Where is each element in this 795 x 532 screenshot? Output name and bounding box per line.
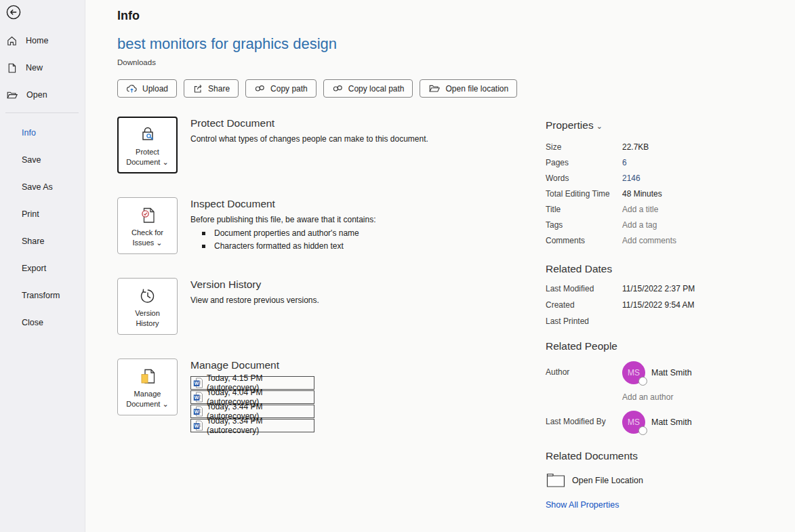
inspect-bullet: Document properties and author's name	[190, 228, 376, 238]
tile-label: Manage Document ⌄	[126, 389, 168, 408]
manage-document-button[interactable]: Manage Document ⌄	[117, 359, 178, 415]
svg-text:W: W	[195, 381, 199, 386]
svg-text:W: W	[195, 395, 199, 400]
home-icon	[6, 35, 18, 47]
sidebar-item-label: Open	[26, 90, 47, 100]
sidebar-item-close[interactable]: Close	[0, 309, 85, 336]
sidebar-item-home[interactable]: Home	[0, 27, 85, 54]
share-icon	[192, 83, 203, 94]
link-icon	[332, 84, 344, 93]
page-title: Info	[117, 9, 140, 23]
add-comments-field[interactable]: Add comments	[622, 236, 790, 245]
related-people-heading: Related People	[546, 340, 790, 352]
new-document-icon	[6, 62, 18, 74]
properties-table: Size 22.7KB Pages 6 Words 2146 Total Edi…	[546, 139, 790, 248]
svg-text:W: W	[195, 409, 199, 414]
sidebar-item-transform[interactable]: Transform	[0, 282, 85, 309]
date-row-last-modified: Last Modified 11/15/2022 2:37 PM	[546, 281, 790, 297]
show-all-properties-link[interactable]: Show All Properties	[546, 500, 619, 510]
add-tag-field[interactable]: Add a tag	[622, 220, 790, 230]
word-document-icon: W	[193, 377, 203, 388]
sidebar-item-open[interactable]: Open	[0, 81, 85, 108]
document-check-icon	[138, 205, 158, 226]
section-description: Control what types of changes people can…	[190, 134, 428, 144]
svg-text:W: W	[195, 424, 199, 428]
copy-local-path-button[interactable]: Copy local path	[323, 79, 413, 98]
version-history-icon	[138, 286, 158, 306]
protect-document-section: Protect Document ⌄ Protect Document Cont…	[117, 117, 517, 173]
presence-badge	[638, 377, 647, 386]
author-row: Author MS Matt Smith	[546, 361, 790, 384]
avatar: MS	[622, 361, 645, 384]
autorecovery-list: W Today, 4:15 PM (autorecovery) W	[190, 376, 314, 432]
tile-label: Check for Issues ⌄	[131, 228, 163, 247]
section-description: Before publishing this file, be aware th…	[190, 215, 376, 224]
section-heading: Protect Document	[190, 117, 428, 129]
date-row-created: Created 11/15/2022 9:54 AM	[546, 297, 790, 313]
property-row-pages: Pages 6	[546, 155, 790, 170]
presence-badge	[638, 426, 647, 435]
check-for-issues-button[interactable]: Check for Issues ⌄	[117, 197, 178, 254]
back-arrow-icon	[5, 4, 22, 20]
property-row-editing-time: Total Editing Time 48 Minutes	[546, 186, 790, 201]
word-document-icon: W	[193, 392, 203, 403]
related-dates-heading: Related Dates	[546, 263, 790, 275]
property-row-comments: Comments Add comments	[546, 232, 790, 248]
inspect-bullet: Characters formatted as hidden text	[190, 241, 376, 251]
properties-panel: Properties⌄ Size 22.7KB Pages 6 Words 21…	[546, 119, 790, 510]
open-folder-icon	[6, 89, 18, 101]
property-row-title: Title Add a title	[546, 201, 790, 217]
manage-document-section: Manage Document ⌄ Manage Document W	[117, 359, 517, 433]
sidebar-separator	[5, 112, 79, 113]
section-heading: Version History	[190, 279, 319, 291]
sidebar-item-export[interactable]: Export	[0, 255, 85, 282]
backstage-sidebar: Home New Open Info Save Save As	[0, 0, 85, 532]
section-heading: Inspect Document	[190, 198, 376, 210]
back-button[interactable]	[5, 4, 22, 20]
info-page: Info best monitors for graphics design D…	[86, 0, 795, 532]
author-person[interactable]: MS Matt Smith	[622, 361, 790, 384]
date-row-last-printed: Last Printed	[546, 313, 790, 329]
document-toolbar: Upload Share Copy path	[117, 79, 517, 98]
document-location: Downloads	[117, 58, 156, 66]
document-folder-icon	[138, 367, 158, 387]
open-file-location-button[interactable]: Open file location	[420, 79, 517, 98]
sidebar-item-new[interactable]: New	[0, 54, 85, 81]
protect-document-button[interactable]: Protect Document ⌄	[117, 117, 178, 173]
avatar: MS	[622, 411, 645, 434]
sidebar-item-label: New	[26, 63, 43, 73]
property-row-words: Words 2146	[546, 170, 790, 186]
open-file-location-link[interactable]: Open File Location	[546, 472, 790, 489]
sidebar-item-print[interactable]: Print	[0, 201, 85, 228]
tile-label: Protect Document ⌄	[126, 147, 168, 166]
last-modified-by-person[interactable]: MS Matt Smith	[622, 411, 790, 434]
cloud-upload-icon	[126, 83, 138, 94]
sidebar-item-save-as[interactable]: Save As	[0, 173, 85, 201]
add-title-field[interactable]: Add a title	[622, 205, 790, 214]
word-document-icon: W	[193, 406, 203, 417]
sidebar-item-info[interactable]: Info	[0, 119, 85, 146]
add-author-field[interactable]: Add an author	[622, 392, 790, 402]
share-button[interactable]: Share	[184, 79, 239, 98]
word-document-icon: W	[193, 420, 203, 431]
sidebar-item-share[interactable]: Share	[0, 228, 85, 255]
last-modified-by-row: Last Modified By MS Matt Smith	[546, 411, 790, 434]
autorecovery-item[interactable]: W Today, 3:34 PM (autorecovery)	[190, 419, 314, 432]
bullet-icon	[202, 232, 205, 235]
section-heading: Manage Document	[190, 359, 314, 371]
related-documents-heading: Related Documents	[546, 450, 790, 462]
bullet-icon	[202, 245, 205, 248]
folder-icon	[546, 472, 566, 489]
sidebar-item-save[interactable]: Save	[0, 146, 85, 173]
lock-key-icon	[138, 125, 158, 145]
version-history-button[interactable]: Version History	[117, 278, 178, 335]
chevron-down-icon: ⌄	[596, 122, 603, 130]
inspect-document-section: Check for Issues ⌄ Inspect Document Befo…	[117, 197, 517, 254]
related-dates-table: Last Modified 11/15/2022 2:37 PM Created…	[546, 281, 790, 329]
upload-button[interactable]: Upload	[117, 79, 177, 98]
info-sections: Protect Document ⌄ Protect Document Cont…	[117, 117, 517, 457]
property-row-tags: Tags Add a tag	[546, 217, 790, 232]
document-title: best monitors for graphics design	[117, 35, 337, 53]
properties-heading[interactable]: Properties⌄	[546, 119, 790, 131]
copy-path-button[interactable]: Copy path	[245, 79, 317, 98]
